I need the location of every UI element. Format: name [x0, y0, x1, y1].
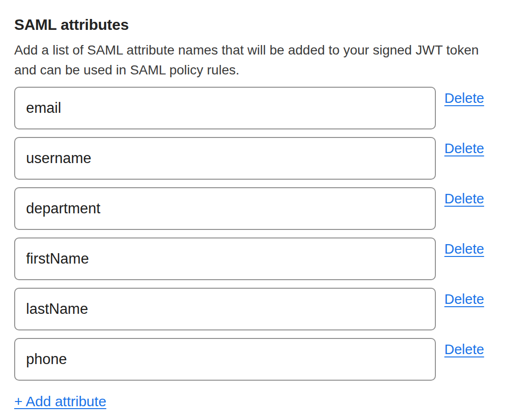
section-title: SAML attributes [14, 16, 491, 34]
delete-attribute-link[interactable]: Delete [444, 190, 484, 207]
attribute-list: Delete Delete Delete Delete Delete Delet… [14, 87, 491, 381]
saml-attributes-section: SAML attributes Add a list of SAML attri… [0, 0, 505, 410]
attribute-row: Delete [14, 288, 491, 330]
attribute-row: Delete [14, 237, 491, 280]
attribute-input[interactable] [14, 237, 436, 280]
delete-attribute-link[interactable]: Delete [444, 240, 484, 257]
section-description: Add a list of SAML attribute names that … [14, 40, 491, 80]
delete-attribute-link[interactable]: Delete [444, 291, 484, 308]
delete-attribute-link[interactable]: Delete [444, 140, 484, 157]
attribute-row: Delete [14, 87, 491, 129]
attribute-input[interactable] [14, 87, 436, 129]
attribute-input[interactable] [14, 288, 436, 330]
delete-attribute-link[interactable]: Delete [444, 90, 484, 107]
attribute-input[interactable] [14, 137, 436, 180]
add-attribute-link[interactable]: + Add attribute [14, 393, 106, 410]
attribute-row: Delete [14, 338, 491, 381]
delete-attribute-link[interactable]: Delete [444, 341, 484, 358]
attribute-input[interactable] [14, 338, 436, 381]
attribute-input[interactable] [14, 187, 436, 230]
attribute-row: Delete [14, 187, 491, 230]
attribute-row: Delete [14, 137, 491, 180]
